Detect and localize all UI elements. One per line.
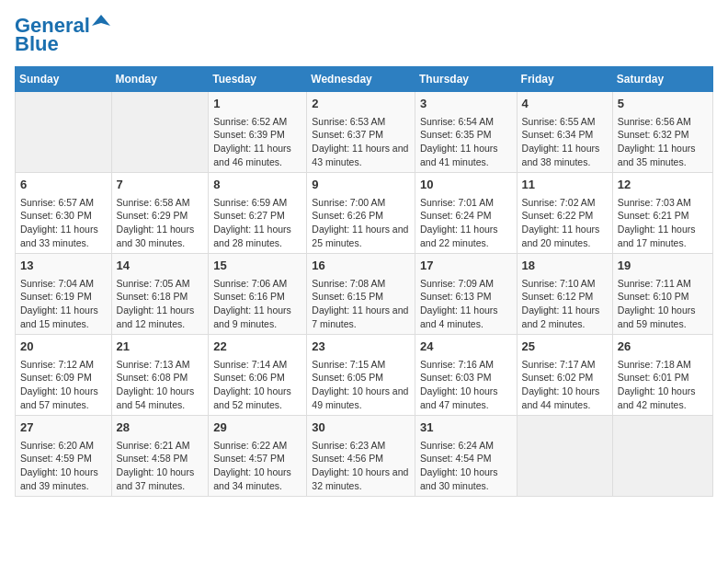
day-number: 19 xyxy=(618,258,708,274)
col-header-thursday: Thursday xyxy=(415,67,517,92)
day-number: 9 xyxy=(312,177,410,193)
day-content: Sunrise: 6:57 AM Sunset: 6:30 PM Dayligh… xyxy=(20,196,107,250)
day-content: Sunrise: 7:08 AM Sunset: 6:15 PM Dayligh… xyxy=(312,277,410,331)
day-number: 24 xyxy=(420,339,512,355)
day-content: Sunrise: 6:52 AM Sunset: 6:39 PM Dayligh… xyxy=(213,115,301,169)
logo-bird-icon xyxy=(92,13,110,31)
day-number: 12 xyxy=(618,177,708,193)
col-header-monday: Monday xyxy=(111,67,209,92)
day-number: 3 xyxy=(420,96,512,112)
day-number: 29 xyxy=(213,419,301,436)
day-number: 8 xyxy=(213,177,301,193)
day-number: 21 xyxy=(117,339,204,355)
calendar-cell: 3Sunrise: 6:54 AM Sunset: 6:35 PM Daylig… xyxy=(415,92,517,173)
day-content: Sunrise: 7:01 AM Sunset: 6:24 PM Dayligh… xyxy=(420,196,512,250)
day-number: 14 xyxy=(117,258,204,274)
day-number: 1 xyxy=(213,96,301,112)
day-content: Sunrise: 7:03 AM Sunset: 6:21 PM Dayligh… xyxy=(618,196,708,250)
col-header-friday: Friday xyxy=(517,67,612,92)
logo: General Blue xyxy=(15,15,110,55)
col-header-sunday: Sunday xyxy=(16,67,112,92)
day-content: Sunrise: 7:00 AM Sunset: 6:26 PM Dayligh… xyxy=(312,196,410,250)
calendar-cell: 28Sunrise: 6:21 AM Sunset: 4:58 PM Dayli… xyxy=(111,416,209,497)
calendar-cell: 4Sunrise: 6:55 AM Sunset: 6:34 PM Daylig… xyxy=(517,92,612,173)
day-content: Sunrise: 7:18 AM Sunset: 6:01 PM Dayligh… xyxy=(618,358,708,412)
day-number: 28 xyxy=(117,419,204,436)
page-header: General Blue xyxy=(15,15,713,55)
day-number: 27 xyxy=(20,419,107,436)
day-content: Sunrise: 6:53 AM Sunset: 6:37 PM Dayligh… xyxy=(312,115,410,169)
calendar-cell: 22Sunrise: 7:14 AM Sunset: 6:06 PM Dayli… xyxy=(209,335,307,416)
day-content: Sunrise: 6:59 AM Sunset: 6:27 PM Dayligh… xyxy=(213,196,301,250)
day-content: Sunrise: 7:11 AM Sunset: 6:10 PM Dayligh… xyxy=(618,277,708,331)
calendar-cell xyxy=(16,92,112,173)
day-number: 7 xyxy=(117,177,204,193)
calendar-cell: 9Sunrise: 7:00 AM Sunset: 6:26 PM Daylig… xyxy=(307,173,415,254)
day-number: 18 xyxy=(522,258,608,274)
day-number: 2 xyxy=(312,96,410,112)
day-content: Sunrise: 7:09 AM Sunset: 6:13 PM Dayligh… xyxy=(420,277,512,331)
calendar-cell: 15Sunrise: 7:06 AM Sunset: 6:16 PM Dayli… xyxy=(209,254,307,335)
day-content: Sunrise: 7:02 AM Sunset: 6:22 PM Dayligh… xyxy=(522,196,608,250)
calendar-cell: 6Sunrise: 6:57 AM Sunset: 6:30 PM Daylig… xyxy=(16,173,112,254)
day-content: Sunrise: 6:58 AM Sunset: 6:29 PM Dayligh… xyxy=(117,196,204,250)
day-number: 13 xyxy=(20,258,107,274)
day-content: Sunrise: 6:54 AM Sunset: 6:35 PM Dayligh… xyxy=(420,115,512,169)
calendar-cell: 10Sunrise: 7:01 AM Sunset: 6:24 PM Dayli… xyxy=(415,173,517,254)
day-number: 31 xyxy=(420,419,512,436)
calendar-cell: 8Sunrise: 6:59 AM Sunset: 6:27 PM Daylig… xyxy=(209,173,307,254)
calendar-week-2: 6Sunrise: 6:57 AM Sunset: 6:30 PM Daylig… xyxy=(16,173,713,254)
calendar-cell: 27Sunrise: 6:20 AM Sunset: 4:59 PM Dayli… xyxy=(16,416,112,497)
calendar-cell: 16Sunrise: 7:08 AM Sunset: 6:15 PM Dayli… xyxy=(307,254,415,335)
day-number: 5 xyxy=(618,96,708,112)
day-number: 10 xyxy=(420,177,512,193)
calendar-cell: 13Sunrise: 7:04 AM Sunset: 6:19 PM Dayli… xyxy=(16,254,112,335)
day-content: Sunrise: 7:13 AM Sunset: 6:08 PM Dayligh… xyxy=(117,358,204,412)
col-header-wednesday: Wednesday xyxy=(307,67,415,92)
calendar-cell: 2Sunrise: 6:53 AM Sunset: 6:37 PM Daylig… xyxy=(307,92,415,173)
day-content: Sunrise: 6:56 AM Sunset: 6:32 PM Dayligh… xyxy=(618,115,708,169)
day-number: 11 xyxy=(522,177,608,193)
calendar-cell xyxy=(612,416,712,497)
calendar-cell: 21Sunrise: 7:13 AM Sunset: 6:08 PM Dayli… xyxy=(111,335,209,416)
day-content: Sunrise: 6:55 AM Sunset: 6:34 PM Dayligh… xyxy=(522,115,608,169)
calendar-cell: 18Sunrise: 7:10 AM Sunset: 6:12 PM Dayli… xyxy=(517,254,612,335)
day-number: 4 xyxy=(522,96,608,112)
calendar-cell xyxy=(111,92,209,173)
day-content: Sunrise: 7:04 AM Sunset: 6:19 PM Dayligh… xyxy=(20,277,107,331)
svg-marker-0 xyxy=(92,15,110,26)
day-number: 17 xyxy=(420,258,512,274)
day-number: 15 xyxy=(213,258,301,274)
calendar-cell: 24Sunrise: 7:16 AM Sunset: 6:03 PM Dayli… xyxy=(415,335,517,416)
day-content: Sunrise: 6:22 AM Sunset: 4:57 PM Dayligh… xyxy=(213,439,301,493)
col-header-tuesday: Tuesday xyxy=(209,67,307,92)
calendar-header: SundayMondayTuesdayWednesdayThursdayFrid… xyxy=(16,67,713,92)
calendar-cell: 17Sunrise: 7:09 AM Sunset: 6:13 PM Dayli… xyxy=(415,254,517,335)
calendar-week-3: 13Sunrise: 7:04 AM Sunset: 6:19 PM Dayli… xyxy=(16,254,713,335)
day-content: Sunrise: 7:10 AM Sunset: 6:12 PM Dayligh… xyxy=(522,277,608,331)
day-number: 6 xyxy=(20,177,107,193)
day-content: Sunrise: 6:23 AM Sunset: 4:56 PM Dayligh… xyxy=(312,439,410,493)
calendar-cell: 7Sunrise: 6:58 AM Sunset: 6:29 PM Daylig… xyxy=(111,173,209,254)
calendar-cell xyxy=(517,416,612,497)
day-number: 30 xyxy=(312,419,410,436)
day-content: Sunrise: 6:21 AM Sunset: 4:58 PM Dayligh… xyxy=(117,439,204,493)
day-content: Sunrise: 7:05 AM Sunset: 6:18 PM Dayligh… xyxy=(117,277,204,331)
calendar-table: SundayMondayTuesdayWednesdayThursdayFrid… xyxy=(15,66,713,497)
calendar-cell: 14Sunrise: 7:05 AM Sunset: 6:18 PM Dayli… xyxy=(111,254,209,335)
col-header-saturday: Saturday xyxy=(612,67,712,92)
calendar-week-5: 27Sunrise: 6:20 AM Sunset: 4:59 PM Dayli… xyxy=(16,416,713,497)
calendar-cell: 19Sunrise: 7:11 AM Sunset: 6:10 PM Dayli… xyxy=(612,254,712,335)
day-content: Sunrise: 7:06 AM Sunset: 6:16 PM Dayligh… xyxy=(213,277,301,331)
calendar-cell: 30Sunrise: 6:23 AM Sunset: 4:56 PM Dayli… xyxy=(307,416,415,497)
calendar-cell: 20Sunrise: 7:12 AM Sunset: 6:09 PM Dayli… xyxy=(16,335,112,416)
day-content: Sunrise: 7:16 AM Sunset: 6:03 PM Dayligh… xyxy=(420,358,512,412)
calendar-cell: 31Sunrise: 6:24 AM Sunset: 4:54 PM Dayli… xyxy=(415,416,517,497)
day-number: 23 xyxy=(312,339,410,355)
day-content: Sunrise: 7:12 AM Sunset: 6:09 PM Dayligh… xyxy=(20,358,107,412)
day-number: 25 xyxy=(522,339,608,355)
calendar-cell: 12Sunrise: 7:03 AM Sunset: 6:21 PM Dayli… xyxy=(612,173,712,254)
calendar-cell: 25Sunrise: 7:17 AM Sunset: 6:02 PM Dayli… xyxy=(517,335,612,416)
day-number: 16 xyxy=(312,258,410,274)
calendar-cell: 11Sunrise: 7:02 AM Sunset: 6:22 PM Dayli… xyxy=(517,173,612,254)
